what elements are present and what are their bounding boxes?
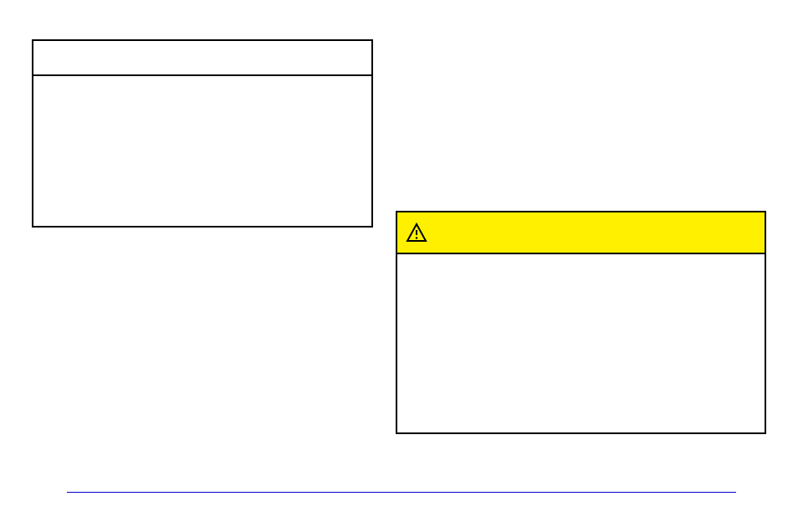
plain-panel xyxy=(32,39,373,228)
svg-point-1 xyxy=(416,237,417,238)
horizontal-separator xyxy=(67,492,736,493)
warning-panel-header xyxy=(397,212,765,254)
warning-panel xyxy=(396,211,766,434)
warning-icon xyxy=(406,223,427,243)
plain-panel-header xyxy=(33,41,371,76)
